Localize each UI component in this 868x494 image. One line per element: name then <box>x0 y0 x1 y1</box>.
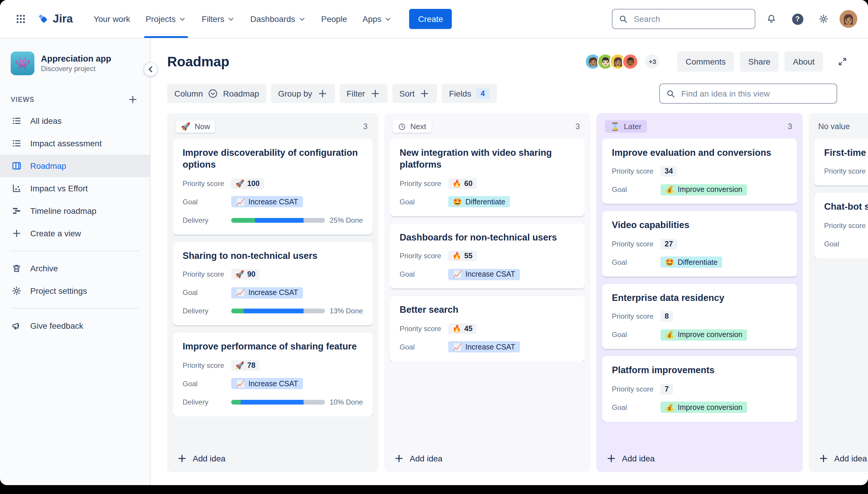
column-status-chip[interactable]: ⌛ Later <box>605 120 647 133</box>
sidebar-item-create-a-view[interactable]: Create a view <box>0 222 150 245</box>
add-idea-button[interactable]: Add idea <box>390 445 584 466</box>
column-no-value: No value First-time ex Priority score 6 … <box>809 113 868 472</box>
sort-chip[interactable]: Sort <box>392 84 437 103</box>
idea-card[interactable]: Platform improvements Priority score 7 G… <box>602 356 797 422</box>
goal-badge[interactable]: 💰 Improve conversion <box>661 402 747 413</box>
card-field-row: Goal 📈 Increase CSAT <box>183 196 363 208</box>
goal-badge[interactable]: 📈 Increase CSAT <box>448 341 520 353</box>
topnav-item-people[interactable]: People <box>314 0 355 38</box>
column-status-chip[interactable]: 🚀 Now <box>176 120 216 133</box>
about-button[interactable]: About <box>785 52 823 72</box>
goal-badge[interactable]: 📈 Increase CSAT <box>231 287 303 299</box>
add-idea-button[interactable]: Add idea <box>173 445 372 466</box>
goal-badge[interactable]: 📈 Increase CSAT <box>231 196 303 208</box>
priority-score-badge[interactable]: 27 <box>661 239 677 249</box>
column-status-icon: 🚀 <box>181 122 190 130</box>
goal-badge[interactable]: 🤩 Differentiate <box>448 196 510 208</box>
sidebar-item-roadmap[interactable]: Roadmap <box>0 155 150 177</box>
filter-chip[interactable]: Filter <box>340 84 387 103</box>
idea-card[interactable]: Improve discoverability of configuration… <box>173 139 372 234</box>
global-search[interactable] <box>612 9 755 29</box>
user-avatar[interactable]: 👩🏽 <box>839 10 857 28</box>
goal-badge[interactable]: 📈 Increase CSAT <box>231 378 303 390</box>
list-icon <box>11 115 22 127</box>
card-fields: Priority score 34 Goal 💰 Improve convers… <box>612 166 788 196</box>
jira-logo[interactable]: Jira <box>34 13 76 25</box>
field-label: Delivery <box>183 398 231 406</box>
goal-badge[interactable]: 🤩 Differentiate <box>661 257 722 268</box>
sidebar-item-timeline-roadmap[interactable]: Timeline roadmap <box>0 200 150 222</box>
priority-score-badge[interactable]: 🔥 45 <box>448 323 477 334</box>
create-button[interactable]: Create <box>410 9 452 29</box>
column-config-chip[interactable]: Column Roadmap <box>167 84 266 103</box>
delivery-progress: 13% Done <box>231 307 363 316</box>
app-switcher-button[interactable] <box>11 9 31 29</box>
notifications-button[interactable] <box>761 9 781 29</box>
help-button[interactable]: ? <box>788 9 808 29</box>
sidebar-item-project-settings[interactable]: Project settings <box>0 280 150 302</box>
idea-card[interactable]: Sharing to non-technical users Priority … <box>173 242 372 325</box>
column-status-chip[interactable]: No value <box>817 120 851 133</box>
goal-badge[interactable]: 📈 Increase CSAT <box>448 269 520 280</box>
sidebar-item-impact-vs-effort[interactable]: Impact vs Effort <box>0 177 150 200</box>
field-label: Priority score <box>612 312 661 321</box>
topnav-item-your-work[interactable]: Your work <box>86 0 138 38</box>
idea-card[interactable]: Improve performance of sharing feature P… <box>173 332 372 416</box>
idea-card[interactable]: Video capabilities Priority score 27 Goa… <box>602 211 797 277</box>
topnav-item-apps[interactable]: Apps <box>355 0 400 38</box>
idea-card[interactable]: New integration with video sharing platf… <box>390 139 584 216</box>
field-label: Goal <box>183 198 231 206</box>
give-feedback-button[interactable]: Give feedback <box>0 315 150 337</box>
avatar-overflow-badge[interactable]: +3 <box>644 53 661 70</box>
fields-chip[interactable]: Fields 4 <box>442 84 497 103</box>
avatar[interactable]: 👨🏾 <box>622 53 639 70</box>
goal-label: Differentiate <box>466 198 505 206</box>
goal-badge[interactable]: 💰 Improve conversion <box>661 329 747 341</box>
add-idea-button[interactable]: Add idea <box>602 445 797 466</box>
jira-logo-icon <box>38 14 49 24</box>
priority-score-badge[interactable]: 7 <box>661 384 673 395</box>
sidebar-item-archive[interactable]: Archive <box>0 257 150 280</box>
topnav-item-projects[interactable]: Projects <box>138 0 194 38</box>
card-field-row: Priority score 🔥 60 <box>400 178 575 190</box>
view-search-input[interactable] <box>681 89 831 98</box>
sidebar-item-all-ideas[interactable]: All ideas <box>0 110 150 132</box>
settings-gear-icon <box>818 14 829 24</box>
sidebar-views: All ideas Impact assessment Roadmap Impa… <box>0 110 150 245</box>
add-view-button[interactable] <box>126 93 139 106</box>
column-header: ⌛ Later 3 <box>602 118 797 139</box>
priority-score-badge[interactable]: 🚀 100 <box>231 178 264 189</box>
group-by-chip[interactable]: Group by <box>271 84 335 103</box>
idea-card[interactable]: Chat-bot su Priority score 6 Goal 🤩 <box>815 193 868 258</box>
add-idea-button[interactable]: Add idea <box>815 445 868 466</box>
card-title: Enterprise data residency <box>612 292 788 304</box>
view-search[interactable] <box>659 83 837 104</box>
idea-card[interactable]: First-time ex Priority score 6 <box>815 139 868 186</box>
priority-score-badge[interactable]: 🚀 78 <box>231 360 260 371</box>
column-status-chip[interactable]: Next <box>393 120 431 133</box>
priority-score-badge[interactable]: 8 <box>661 311 673 322</box>
card-title: Chat-bot su <box>824 201 868 213</box>
share-button[interactable]: Share <box>740 52 779 72</box>
priority-score-badge[interactable]: 34 <box>661 166 677 177</box>
settings-button[interactable] <box>813 9 834 29</box>
topnav-item-filters[interactable]: Filters <box>194 0 242 38</box>
collapse-sidebar-button[interactable] <box>144 62 158 76</box>
idea-card[interactable]: Enterprise data residency Priority score… <box>602 284 797 349</box>
topnav-item-dashboards[interactable]: Dashboards <box>243 0 314 38</box>
priority-score-badge[interactable]: 🚀 90 <box>231 269 260 280</box>
idea-card[interactable]: Better search Priority score 🔥 45 Goal 📈… <box>390 296 584 361</box>
card-title: Better search <box>400 304 575 316</box>
goal-badge[interactable]: 💰 Improve conversion <box>661 184 747 195</box>
idea-card[interactable]: Dashboards for non-technical users Prior… <box>390 223 584 289</box>
priority-score-badge[interactable]: 🔥 60 <box>448 178 477 189</box>
card-field-row: Priority score 🔥 55 <box>400 250 575 262</box>
sidebar-item-impact-assessment[interactable]: Impact assessment <box>0 132 150 155</box>
global-search-input[interactable] <box>634 14 749 24</box>
priority-score-badge[interactable]: 🔥 55 <box>448 251 477 262</box>
idea-card[interactable]: Improve evaluation and conversions Prior… <box>602 139 797 204</box>
fullscreen-button[interactable] <box>832 52 853 72</box>
comments-button[interactable]: Comments <box>677 52 734 72</box>
column-next: Next 3 New integration with video sharin… <box>384 113 591 472</box>
card-title: Video capabilities <box>612 220 788 232</box>
